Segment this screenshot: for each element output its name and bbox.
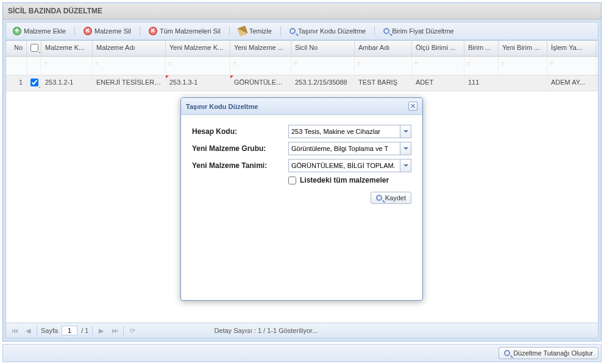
filter-ymalzk-input[interactable]: [168, 66, 227, 73]
filter-malzk: ⌕: [41, 57, 93, 75]
toolbar: Malzeme Ekle Malzeme Sil Tüm Malzemeleri…: [5, 22, 599, 40]
cell-check: [27, 75, 41, 91]
filter-icon: ⌕: [501, 59, 505, 66]
filter-ybirim-input[interactable]: [501, 66, 544, 73]
filter-sicil-input[interactable]: [294, 66, 352, 73]
next-page-button[interactable]: ▶: [96, 326, 106, 335]
filter-birim: ⌕: [464, 57, 499, 75]
panel-title: SİCİL BAZINDA DÜZELTME: [3, 3, 601, 19]
col-malzeme-adi[interactable]: Malzeme Adı: [93, 41, 166, 56]
separator: [92, 326, 93, 335]
col-birim[interactable]: Birim ...: [464, 41, 499, 56]
grid-filter-row: ⌕ ⌕ ⌕ ⌕ ⌕ ⌕ ⌕ ⌕ ⌕ ⌕: [6, 57, 598, 75]
price-fix-button[interactable]: Birim Fiyat Düzeltme: [379, 26, 458, 37]
code-fix-button[interactable]: Taşınır Kodu Düzeltme: [285, 26, 370, 37]
col-sicil-no[interactable]: Sicil No: [291, 41, 355, 56]
price-fix-label: Birim Fiyat Düzeltme: [392, 27, 453, 35]
save-button[interactable]: Kaydet: [371, 192, 411, 204]
chevron-down-icon[interactable]: [400, 142, 411, 155]
filter-icon: ⌕: [233, 59, 236, 66]
filter-birim-input[interactable]: [467, 66, 496, 73]
modal-title: Taşınır Kodu Düzeltme: [186, 103, 258, 110]
col-yeni-malzeme-adi[interactable]: Yeni Malzeme ...: [230, 41, 291, 56]
last-page-button[interactable]: ⏭: [110, 326, 119, 335]
page-input[interactable]: [62, 326, 77, 335]
save-label: Kaydet: [385, 194, 406, 201]
filter-icon: ⌕: [414, 59, 418, 66]
grid-header: No Malzeme K... Malzeme Adı Yeni Malzeme…: [6, 41, 598, 57]
separator: [229, 26, 230, 36]
col-malzeme-kodu[interactable]: Malzeme K...: [41, 41, 93, 56]
delete-all-button[interactable]: Tüm Malzemeleri Sil: [144, 25, 225, 37]
separator: [280, 26, 281, 36]
filter-malza-input[interactable]: [95, 66, 163, 73]
filter-ambar: ⌕: [355, 57, 412, 75]
filter-icon: ⌕: [467, 59, 471, 66]
cell-ymalzk: 253.1.3-1: [166, 75, 230, 91]
cell-ybirim: [499, 75, 547, 91]
col-check[interactable]: [27, 41, 41, 56]
col-no[interactable]: No: [6, 41, 27, 56]
filter-malza: ⌕: [93, 57, 166, 75]
yeni-grup-input[interactable]: [288, 142, 400, 155]
row-checkbox[interactable]: [30, 79, 38, 86]
delete-material-label: Malzeme Sil: [94, 27, 131, 35]
hesap-kodu-row: Hesap Kodu:: [192, 125, 411, 138]
code-fix-modal: Taşınır Kodu Düzeltme ✕ Hesap Kodu: Yeni…: [180, 97, 423, 301]
col-yeni-malzeme-kodu[interactable]: Yeni Malzeme K...: [166, 41, 230, 56]
filter-icon: ⌕: [168, 59, 172, 66]
all-items-row: Listedeki tüm malzemeler: [288, 176, 411, 184]
filter-ymalza-input[interactable]: [233, 66, 288, 73]
cell-sicil: 253.1.2/15/35088: [291, 75, 355, 91]
code-fix-label: Taşınır Kodu Düzeltme: [298, 27, 366, 35]
select-all-checkbox[interactable]: [30, 44, 38, 52]
filter-olcu-input[interactable]: [414, 66, 461, 73]
col-yeni-birim[interactable]: Yeni Birim ...: [499, 41, 547, 56]
col-islem[interactable]: İşlem Ya...: [547, 41, 596, 56]
filter-chk: [27, 57, 41, 75]
filter-sicil: ⌕: [291, 57, 355, 75]
filter-olcu: ⌕: [412, 57, 464, 75]
first-page-button[interactable]: ⏮: [10, 326, 20, 335]
page-total: / 1: [81, 327, 88, 334]
filter-islem: ⌕: [547, 57, 596, 75]
search-icon: [383, 28, 389, 34]
modal-header[interactable]: Taşınır Kodu Düzeltme ✕: [181, 98, 422, 115]
yeni-tanim-input[interactable]: [288, 159, 400, 172]
filter-icon: ⌕: [357, 59, 361, 66]
search-icon: [504, 350, 510, 356]
cell-malza: ENERJİ TESİSLERİ (TE...: [93, 75, 166, 91]
col-olcu-birimi[interactable]: Ölçü Birimi ...: [412, 41, 464, 56]
close-icon[interactable]: ✕: [408, 102, 417, 111]
filter-malzk-input[interactable]: [44, 66, 90, 73]
filter-islem-input[interactable]: [550, 66, 593, 73]
refresh-button[interactable]: ⟳: [127, 326, 137, 335]
filter-icon: ⌕: [550, 59, 553, 66]
chevron-down-icon[interactable]: [400, 125, 411, 138]
cell-islem: ADEM AY...: [547, 75, 596, 91]
separator: [37, 326, 37, 335]
paging-toolbar: ⏮ ◀ Sayfa / 1 ▶ ⏭ ⟳ Detay Sayısı : 1 / 1…: [6, 323, 598, 338]
all-items-checkbox[interactable]: [288, 177, 296, 184]
chevron-down-icon[interactable]: [400, 159, 411, 172]
filter-ymalza: ⌕: [230, 57, 291, 75]
add-material-button[interactable]: Malzeme Ekle: [9, 25, 70, 37]
create-report-button[interactable]: Düzeltme Tutanağı Oluştur: [499, 347, 599, 359]
footer-bar: Düzeltme Tutanağı Oluştur: [2, 344, 602, 362]
delete-material-button[interactable]: Malzeme Sil: [79, 25, 135, 37]
col-ambar-adi[interactable]: Ambar Adı: [355, 41, 412, 56]
clean-label: Temizle: [249, 27, 272, 35]
yeni-tanim-row: Yeni Malzeme Tanimi:: [192, 159, 411, 172]
hesap-kodu-label: Hesap Kodu:: [192, 127, 288, 136]
filter-ambar-input[interactable]: [357, 66, 409, 73]
yeni-tanim-field: [288, 159, 411, 172]
paging-status: Detay Sayısı : 1 / 1-1 Gösteriliyor...: [214, 327, 318, 334]
prev-page-button[interactable]: ◀: [23, 326, 33, 335]
yeni-grup-field: [288, 142, 411, 155]
table-row[interactable]: 1 253.1.2-1 ENERJİ TESİSLERİ (TE... 253.…: [6, 75, 598, 91]
hesap-kodu-input[interactable]: [288, 125, 400, 138]
clean-button[interactable]: Temizle: [234, 25, 276, 37]
delete-all-label: Tüm Malzemeleri Sil: [160, 27, 221, 35]
yeni-tanim-label: Yeni Malzeme Tanimi:: [192, 161, 288, 170]
cell-no: 1: [6, 75, 27, 91]
